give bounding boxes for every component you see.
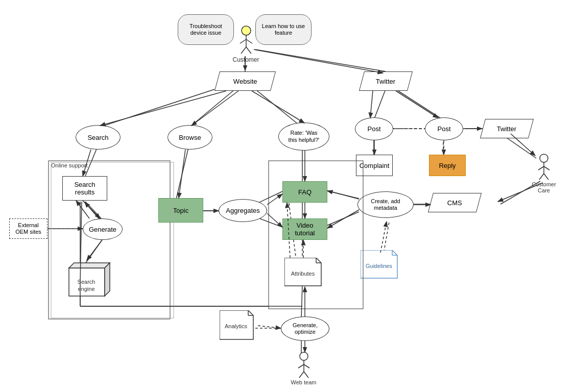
generate-optimize-label: Generate,optimize [293,322,318,335]
browse-label: Browse [179,134,201,141]
svg-line-73 [304,364,309,368]
svg-point-47 [540,154,548,162]
svg-text:engine: engine [78,286,94,292]
cms-label: CMS [447,199,462,207]
video-tutorial-label: Videotutorial [295,222,315,237]
svg-line-93 [87,240,102,260]
twitter-right-node: Twitter [480,119,534,138]
browse-node: Browse [168,125,212,150]
svg-line-44 [246,39,252,43]
post-left-label: Post [367,125,380,133]
svg-line-2 [98,89,214,128]
external-oem-label: ExternalOEM sites [15,222,41,235]
web-team-figure: Web team [290,351,318,385]
svg-line-33 [301,284,302,319]
generate-label: Generate [89,226,116,233]
svg-line-72 [298,364,304,368]
topic-node: Topic [158,198,203,223]
svg-line-12 [85,145,98,176]
svg-line-101 [327,210,359,228]
svg-line-49 [538,166,544,170]
svg-line-83 [396,91,438,118]
generate-optimize-node: Generate,optimize [281,316,329,341]
svg-text:Search: Search [78,279,95,285]
cloud-learn: Learn how to use feature [255,14,312,45]
svg-text:Guidelines: Guidelines [366,263,392,269]
rate-label: Rate: 'Wasthis helpful?' [289,130,320,143]
svg-line-50 [544,166,549,170]
svg-line-51 [539,174,544,180]
svg-line-75 [304,372,308,378]
post-left-node: Post [355,117,393,140]
web-team-label: Web team [291,379,317,385]
attributes-node: Attributes [284,258,326,286]
search-results-node: Searchresults [62,176,107,201]
customer-care-figure: Customer Care [529,153,559,193]
topic-label: Topic [173,207,188,214]
svg-line-17 [176,145,189,199]
svg-line-81 [252,91,304,123]
cms-node: CMS [428,193,482,212]
svg-line-109 [258,326,281,328]
svg-line-106 [380,222,387,253]
svg-line-94 [179,150,185,198]
search-engine-node: Search engine [64,260,109,296]
svg-marker-55 [105,263,110,296]
aggregates-label: Aggregates [226,207,260,214]
reply-node: Reply [429,155,466,176]
guidelines-node: Guidelines [361,250,402,278]
svg-line-4 [255,89,302,128]
svg-line-3 [189,89,235,128]
svg-point-41 [242,26,251,35]
cloud-troubleshoot-label: Troubleshoot device issue [182,23,229,36]
svg-line-82 [370,91,373,118]
customer-care-label: Customer Care [529,181,559,193]
faq-node: FAQ [282,181,327,203]
twitter-top-label: Twitter [376,78,395,85]
aggregates-node: Aggregates [219,199,267,222]
search-node: Search [76,125,121,150]
rate-node: Rate: 'Wasthis helpful?' [278,122,329,151]
svg-text:Analytics: Analytics [225,323,248,329]
diagram: Troubleshoot device issue Learn how to u… [0,0,574,392]
svg-line-78 [254,50,383,73]
svg-marker-54 [69,263,110,268]
search-label: Search [87,134,108,141]
svg-line-6 [396,89,443,120]
complaint-label: Complaint [360,162,390,169]
svg-line-80 [192,91,238,126]
svg-line-5 [374,89,386,120]
svg-line-74 [299,372,304,378]
external-oem-node: ExternalOEM sites [9,218,47,239]
search-results-label: Searchresults [74,181,95,196]
video-tutorial-node: Videotutorial [282,218,327,240]
customer-label: Customer [232,56,259,63]
cloud-learn-label: Learn how to use feature [260,23,307,36]
post-right-node: Post [425,117,463,140]
twitter-top-node: Twitter [359,71,413,91]
svg-line-100 [327,191,359,199]
create-metadata-label: Create, addmetadata [371,198,400,211]
svg-line-79 [100,91,226,126]
customer-figure: Customer [232,26,260,63]
svg-line-96 [267,194,282,205]
svg-text:Attributes: Attributes [291,271,315,277]
svg-line-1 [255,50,386,71]
website-label: Website [233,78,257,85]
svg-line-91 [76,201,89,218]
svg-point-70 [300,352,308,360]
reply-label: Reply [439,162,456,169]
svg-line-90 [83,201,100,218]
post-right-label: Post [437,125,450,133]
website-node: Website [214,71,276,91]
cloud-troubleshoot: Troubleshoot device issue [178,14,234,45]
svg-line-46 [246,47,251,54]
complaint-node: Complaint [356,155,393,176]
twitter-right-label: Twitter [497,125,516,133]
svg-line-45 [241,47,246,54]
create-metadata-node: Create, addmetadata [357,191,414,218]
analytics-node: Analytics [220,310,258,340]
svg-line-13 [85,202,102,219]
online-support-label: Online support [51,162,88,168]
svg-line-52 [544,174,548,180]
